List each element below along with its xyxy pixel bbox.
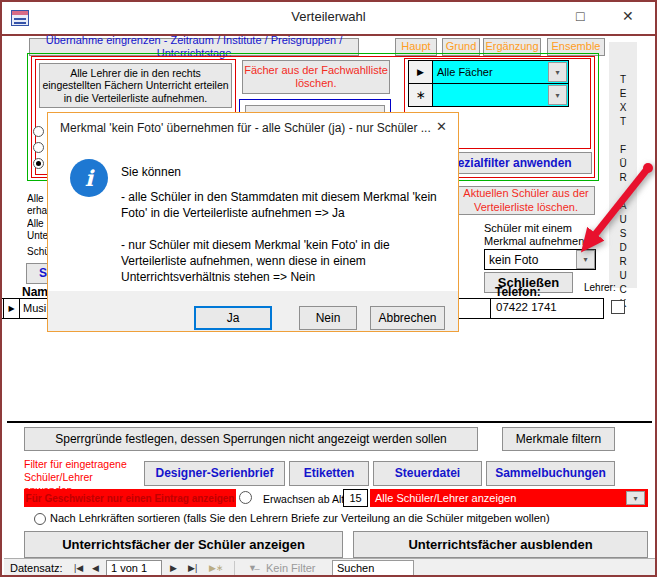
geschwister-radio[interactable]	[239, 491, 252, 504]
left-label-fragment-3: Schül	[27, 246, 49, 258]
record-cell-divider	[490, 298, 491, 319]
merkmale-filtern-button[interactable]: Merkmale filtern	[502, 427, 615, 451]
alle-anzeigen-bar[interactable]: Alle Schüler/Lehrer anzeigen	[370, 489, 648, 507]
new-record-icon[interactable]: ▶∗	[209, 563, 223, 573]
add-teachers-button[interactable]: Alle Lehrer die in den rechts eingestell…	[39, 63, 232, 108]
erwachsen-input[interactable]	[343, 489, 368, 507]
alle-anzeigen-bar-text: Alle Schüler/Lehrer anzeigen	[375, 492, 516, 504]
kein-filter-label: Kein Filter	[266, 562, 316, 574]
dialog-para1: - alle Schüler in den Stammdaten mit die…	[121, 189, 453, 221]
merkmal-value: kein Foto	[489, 253, 538, 267]
bottom-separator-line	[7, 421, 652, 423]
lehrer-label: Lehrer:	[584, 282, 616, 293]
record-phone-value[interactable]: 07422 1741	[496, 301, 557, 313]
info-icon: i	[70, 159, 108, 197]
window-title: Verteilerwahl	[2, 9, 655, 24]
option-radio-2[interactable]	[33, 142, 44, 153]
abbrechen-button[interactable]: Abbrechen	[370, 306, 445, 330]
subject-row1-value: Alle Fächer	[437, 66, 493, 78]
grund-button[interactable]: Grund	[442, 38, 480, 56]
unterrichtsfaecher-ausblenden-button[interactable]: Unterrichtsfächer ausblenden	[353, 531, 648, 558]
dialog-line1: Sie können	[121, 165, 181, 179]
ergaenzung-button[interactable]: Ergänzung	[483, 38, 541, 56]
nav-separator	[234, 561, 235, 575]
subject-row1-dropdown[interactable]: ▾	[548, 62, 567, 82]
record-selector-icon: ▶	[8, 304, 14, 313]
geschwister-bar: Für Geschwister nur einen Eintrag anzeig…	[24, 489, 236, 507]
uebernahme-button[interactable]: Übernahme eingrenzen - Zeitraum / Instit…	[29, 38, 359, 56]
record-name-value[interactable]: Musi	[23, 302, 46, 314]
lehrkraefte-label: Nach Lehrkräften sortieren (falls Sie de…	[50, 512, 630, 524]
filter-icon: ▼̶	[248, 563, 257, 573]
lehrkraefte-radio[interactable]	[34, 513, 46, 525]
dialog-para2: - nur Schüler mit diesem Merkmal 'kein F…	[121, 237, 453, 285]
current-record-icon: ▶	[417, 67, 424, 77]
red-arrow-annotation	[554, 150, 657, 262]
lehrer-checkbox[interactable]	[611, 300, 625, 314]
alle-anzeigen-dropdown[interactable]: ▾	[626, 491, 645, 505]
verteilerwahl-window: Verteilerwahl □ ✕ Übernahme eingrenzen -…	[0, 0, 657, 577]
etiketten-button[interactable]: Etiketten	[289, 461, 369, 486]
nein-button[interactable]: Nein	[299, 306, 357, 330]
info-icon-glyph: i	[85, 165, 93, 191]
option-radio-3[interactable]	[33, 158, 44, 169]
sammelbuchungen-button[interactable]: Sammelbuchungen	[486, 461, 615, 486]
telefon-label: Telefon:	[495, 285, 541, 299]
designer-serienbrief-button[interactable]: Designer-Serienbrief	[144, 461, 285, 486]
geschwister-bar-text: Für Geschwister nur einen Eintrag anzeig…	[26, 493, 235, 504]
record-right-edge	[603, 298, 604, 319]
close-button[interactable]: ✕	[622, 8, 634, 24]
new-record-icon: ∗	[415, 88, 425, 102]
ensemble-button[interactable]: Ensemble	[547, 38, 605, 56]
haupt-button[interactable]: Haupt	[395, 38, 437, 56]
clear-subjects-button[interactable]: Fächer aus der Fachwahlliste löschen.	[242, 60, 390, 94]
search-input[interactable]	[332, 560, 414, 576]
subject-row2-selector[interactable]: ∗	[408, 83, 433, 107]
datensatz-label: Datensatz:	[10, 562, 63, 574]
sperrgruende-button[interactable]: Sperrgründe festlegen, dessen Sperrungen…	[24, 427, 478, 451]
previous-record-icon[interactable]: ◀	[92, 563, 99, 573]
merkmal-dialog: Merkmal 'kein Foto' übernehmen für - all…	[47, 112, 459, 332]
titlebar: Verteilerwahl □ ✕	[2, 2, 655, 34]
record-position-box[interactable]	[106, 560, 162, 576]
maximize-button[interactable]: □	[576, 8, 584, 24]
first-record-icon[interactable]: |◀	[74, 563, 83, 573]
unterrichtsfaecher-anzeigen-button[interactable]: Unterrichtsfächer der Schüler anzeigen	[24, 531, 343, 558]
dialog-title: Merkmal 'kein Foto' übernehmen für - all…	[60, 121, 435, 135]
record-selector[interactable]: ▶	[3, 299, 20, 318]
subject-row1-selector[interactable]: ▶	[408, 60, 433, 84]
last-record-icon[interactable]: ▶|	[188, 563, 197, 573]
subject-row2-dropdown[interactable]: ▾	[548, 85, 567, 105]
statusbar: Datensatz: |◀ ◀ ▶ ▶| ▶∗ ▼̶ Kein Filter	[4, 558, 657, 577]
steuerdatei-button[interactable]: Steuerdatei	[373, 461, 482, 486]
option-radio-1[interactable]	[33, 126, 44, 137]
dialog-close-icon[interactable]: ✕	[436, 119, 447, 134]
next-record-icon[interactable]: ▶	[170, 563, 177, 573]
ja-button[interactable]: Ja	[194, 306, 272, 330]
